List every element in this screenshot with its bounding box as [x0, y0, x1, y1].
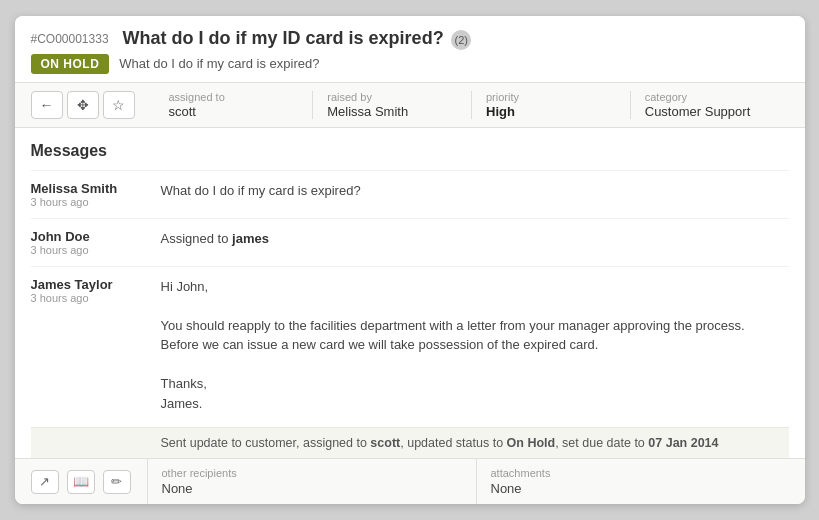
messages-title: Messages [31, 142, 789, 160]
author-time: 3 hours ago [31, 292, 151, 304]
ticket-id: #CO00001333 [31, 32, 109, 46]
message-author-col: Melissa Smith 3 hours ago [31, 181, 161, 208]
messages-section: Messages Melissa Smith 3 hours ago What … [15, 128, 805, 459]
raised-by-value: Melissa Smith [327, 104, 408, 119]
book-button[interactable]: 📖 [67, 470, 95, 494]
star-button[interactable]: ☆ [103, 91, 135, 119]
message-row: Melissa Smith 3 hours ago What do I do i… [31, 170, 789, 218]
book-icon: 📖 [73, 474, 89, 489]
message-text: What do I do if my card is expired? [161, 183, 361, 198]
move-icon: ✥ [77, 97, 89, 113]
status-row: ON HOLD What do I do if my card is expir… [31, 54, 789, 74]
message-row: James Taylor 3 hours ago Hi John, You sh… [31, 266, 789, 424]
status-badge: ON HOLD [31, 54, 110, 74]
meta-raised-by: raised by Melissa Smith [312, 91, 471, 119]
meta-priority: priority High [471, 91, 630, 119]
message-row: John Doe 3 hours ago Assigned to james [31, 218, 789, 266]
other-recipients-label: other recipients [162, 467, 462, 479]
share-icon: ↗ [39, 474, 50, 489]
move-button[interactable]: ✥ [67, 91, 99, 119]
ticket-title: What do I do if my ID card is expired? [123, 28, 444, 48]
meta-assigned-to: assigned to scott [155, 91, 313, 119]
message-body: Assigned to james [161, 229, 789, 256]
footer-meta: other recipients None attachments None [148, 459, 805, 504]
star-icon: ☆ [112, 97, 125, 113]
author-name: Melissa Smith [31, 181, 151, 196]
edit-button[interactable]: ✏ [103, 470, 131, 494]
share-button[interactable]: ↗ [31, 470, 59, 494]
other-recipients-value: None [162, 481, 193, 496]
footer-bar: ↗ 📖 ✏ other recipients None attachments … [15, 458, 805, 504]
priority-label: priority [486, 91, 616, 103]
ticket-count: (2) [451, 30, 471, 50]
footer-icons: ↗ 📖 ✏ [15, 459, 148, 504]
priority-value: High [486, 104, 515, 119]
meta-category: category Customer Support [630, 91, 789, 119]
edit-icon: ✏ [111, 474, 122, 489]
author-name: John Doe [31, 229, 151, 244]
ticket-subtitle: What do I do if my card is expired? [119, 56, 319, 71]
attachments-value: None [491, 481, 522, 496]
message-body: What do I do if my card is expired? [161, 181, 789, 208]
author-time: 3 hours ago [31, 244, 151, 256]
footer-other-recipients: other recipients None [148, 459, 477, 504]
attachments-label: attachments [491, 467, 791, 479]
ticket-header: #CO00001333 What do I do if my ID card i… [15, 16, 805, 83]
message-author-col: John Doe 3 hours ago [31, 229, 161, 256]
category-value: Customer Support [645, 104, 751, 119]
assigned-to-label: assigned to [169, 91, 299, 103]
header-title-group: What do I do if my ID card is expired? (… [123, 28, 472, 50]
header-top: #CO00001333 What do I do if my ID card i… [31, 28, 789, 50]
toolbar-icons: ← ✥ ☆ [31, 91, 135, 119]
author-time: 3 hours ago [31, 196, 151, 208]
footer-attachments: attachments None [477, 459, 805, 504]
author-name: James Taylor [31, 277, 151, 292]
assigned-to-value: scott [169, 104, 196, 119]
toolbar-meta: assigned to scott raised by Melissa Smit… [155, 91, 789, 119]
back-button[interactable]: ← [31, 91, 63, 119]
ticket-card: #CO00001333 What do I do if my ID card i… [15, 16, 805, 505]
raised-by-label: raised by [327, 91, 457, 103]
toolbar: ← ✥ ☆ assigned to scott raised by Meliss… [15, 83, 805, 128]
message-author-col: James Taylor 3 hours ago [31, 277, 161, 414]
back-icon: ← [40, 97, 54, 113]
message-note: Sent update to customer, assigned to sco… [31, 427, 789, 458]
message-body: Hi John, You should reapply to the facil… [161, 277, 789, 414]
category-label: category [645, 91, 775, 103]
